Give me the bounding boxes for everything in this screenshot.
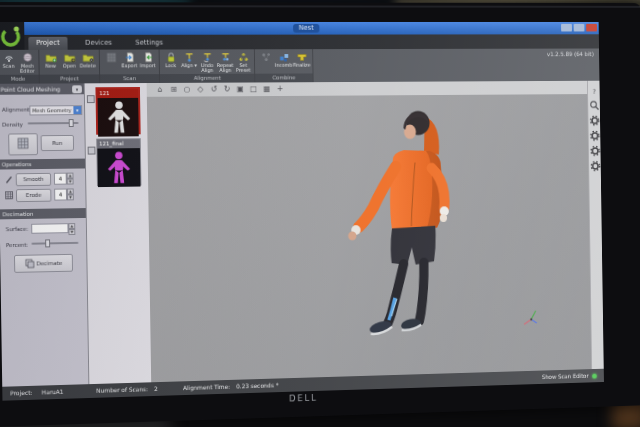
mesh-preview-button[interactable] [8, 133, 38, 155]
scan-thumbnail-figure [100, 149, 137, 187]
new-button[interactable]: New [41, 51, 60, 74]
tab-project[interactable]: Project [28, 37, 67, 50]
slider-thumb[interactable] [45, 239, 50, 247]
decimate-label: Decimate [36, 260, 62, 266]
decimate-button[interactable]: Decimate [14, 254, 73, 273]
project-label: Project: [10, 386, 32, 401]
ribbon-group-mode: Scan Mesh Editor Mode [0, 50, 40, 84]
scan-name: 121_final [97, 139, 140, 148]
stepper-down-icon[interactable]: ▼ [67, 179, 74, 185]
stepper-value[interactable]: 4 [54, 173, 67, 185]
tab-devices[interactable]: Devices [77, 37, 119, 50]
gear-icon[interactable] [590, 160, 601, 172]
density-slider[interactable] [28, 119, 79, 127]
zoom-in-icon[interactable]: + [274, 83, 285, 95]
view-select-icon[interactable]: ◇ [195, 84, 207, 96]
erode-button[interactable]: Erode [16, 189, 51, 202]
undo-align-icon [201, 51, 213, 63]
scan-name: 121 [97, 89, 138, 98]
stepper-down-icon[interactable]: ▼ [68, 229, 75, 235]
gear-icon[interactable] [590, 145, 601, 156]
smooth-button[interactable]: Smooth [16, 173, 51, 186]
undo-align-button[interactable]: Undo Align [198, 50, 216, 73]
maximize-button[interactable] [574, 24, 585, 32]
scan-visibility-icon[interactable] [88, 147, 96, 155]
finalize-button[interactable]: Finalize [293, 50, 311, 72]
panel-collapse-button[interactable]: ▾ [72, 85, 82, 93]
magnifier-icon[interactable] [589, 100, 600, 111]
monitor-bezel: Nest Project Devices Settings [0, 2, 640, 427]
stepper-down-icon[interactable]: ▼ [67, 194, 74, 200]
group-label: Mode [0, 75, 39, 84]
slider-track [31, 242, 78, 245]
ribbon-group-alignment: Lock Align ▾ [160, 49, 256, 83]
slider-thumb[interactable] [69, 119, 74, 127]
help-icon[interactable]: ? [589, 86, 600, 97]
ribbon-group-combine: Incombine Finalize Combine [255, 49, 314, 82]
set-preset-button[interactable]: Set Preset [234, 50, 252, 73]
button-label: Align ▾ [180, 63, 198, 68]
decimate-icon [25, 259, 35, 269]
button-label: Mesh Editor [18, 64, 37, 74]
button-label: Set Preset [234, 63, 252, 73]
surface-stepper[interactable]: ▲▼ [68, 223, 75, 235]
view-orbit-icon[interactable]: ○ [181, 84, 193, 96]
wireframe-view-icon[interactable]: □ [248, 83, 260, 95]
import-button[interactable]: Import [138, 51, 157, 74]
button-label: Scan [0, 64, 18, 69]
density-label: Density [2, 121, 23, 127]
mesh-editor-button[interactable]: Mesh Editor [18, 51, 37, 74]
minimize-button[interactable] [561, 24, 572, 32]
finalize-icon [296, 51, 307, 63]
view-home-icon[interactable]: ⌂ [154, 84, 166, 96]
percent-slider[interactable] [31, 239, 78, 248]
group-label: Scan [100, 74, 159, 83]
lock-icon [165, 51, 177, 63]
status-indicator-dot [592, 373, 597, 378]
scan-mode-button[interactable]: Scan [0, 51, 18, 74]
alignment-label: Alignment: [2, 106, 32, 112]
texture-view-icon[interactable]: ▣ [235, 84, 247, 96]
export-button[interactable]: Export [120, 51, 139, 74]
scan-visibility-icon[interactable] [87, 95, 95, 103]
tab-settings[interactable]: Settings [128, 37, 171, 50]
open-button[interactable]: Open [60, 51, 79, 74]
ribbon: Scan Mesh Editor Mode [0, 48, 599, 83]
scan-count-label: Number of Scans: [96, 382, 148, 397]
delete-button[interactable]: Delete [78, 51, 97, 74]
repeat-align-button[interactable]: Repeat Align [216, 50, 234, 73]
erode-grid-icon [5, 191, 13, 199]
rotate-ccw-icon[interactable]: ↺ [208, 84, 220, 96]
align-icon [183, 51, 195, 63]
ribbon-group-project: New Open Delete [39, 50, 100, 84]
gear-icon[interactable] [589, 115, 600, 126]
align-button[interactable]: Align ▾ [180, 50, 199, 73]
incombine-button[interactable]: Incombine [275, 50, 293, 72]
operations-header: Operations [0, 159, 85, 170]
group-label: Project [40, 74, 100, 83]
alignment-select[interactable]: Mesh Geometry ▾ [29, 105, 82, 115]
close-button[interactable] [586, 24, 597, 32]
scan-thumbnail-figure [100, 99, 137, 137]
scan-item-121-final[interactable]: 121_final [96, 138, 141, 186]
point-cloud-meshing-panel: Point Cloud Meshing ▾ Alignment: Mesh Ge… [0, 83, 89, 386]
shaded-view-icon[interactable]: ▦ [261, 83, 272, 95]
title-bar: Nest [0, 22, 599, 35]
lock-button[interactable]: Lock [161, 50, 180, 73]
surface-input[interactable] [31, 223, 68, 234]
scan-item-121[interactable]: 121 [95, 87, 140, 135]
view-grid-icon[interactable]: ⊞ [168, 84, 180, 96]
erode-count-stepper[interactable]: 4 ▲▼ [54, 188, 74, 200]
show-scan-editor-link[interactable]: Show Scan Editor [542, 369, 589, 384]
rotate-cw-icon[interactable]: ↻ [221, 84, 233, 96]
alignment-time-value: 0.23 seconds * [236, 378, 278, 393]
scanner-icon [2, 52, 14, 64]
run-button[interactable]: Run [41, 135, 74, 151]
smooth-count-stepper[interactable]: 4 ▲▼ [54, 173, 74, 185]
surface-label: Surface: [6, 226, 29, 232]
stepper-value[interactable]: 4 [54, 189, 67, 201]
application-window: Nest Project Devices Settings [0, 22, 604, 401]
gear-icon[interactable] [589, 130, 600, 141]
grid-icon [17, 137, 29, 149]
viewport-canvas[interactable] [147, 94, 604, 382]
